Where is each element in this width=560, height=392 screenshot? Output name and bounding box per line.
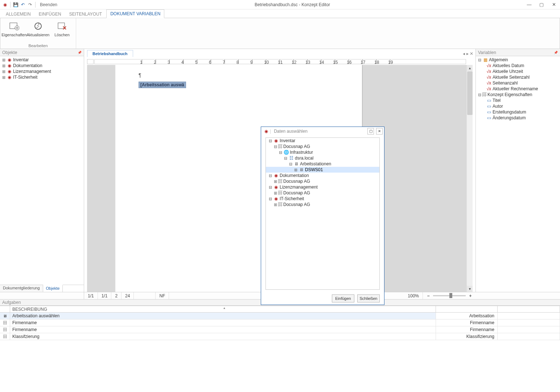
collapse-icon[interactable]: ⊟ [477, 58, 482, 62]
expand-icon[interactable]: ⊞ [293, 168, 298, 172]
dialog-tree[interactable]: ⊟ ◉ Inventar ⊟ Docusnap AG ⊟ 🌐 Infrastru… [265, 137, 380, 290]
var-item[interactable]: √x Aktuelle Seitenzahl [476, 74, 560, 80]
tasks-row[interactable]: FirmennameFirmenname [0, 319, 560, 326]
dialog-maximize-button[interactable]: ▢ [367, 128, 374, 135]
var-item[interactable]: ▭ Änderungsdatum [476, 115, 560, 121]
aktualisieren-button[interactable]: Aktualisieren [26, 19, 50, 43]
expand-icon[interactable]: ⊞ [1, 69, 6, 74]
ribbon-tabs: ALLGEMEIN EINFÜGEN SEITENLAYOUT DOKUMENT… [0, 9, 560, 18]
dlg-item-inventar[interactable]: ⊟ ◉ Inventar [266, 138, 379, 144]
dlg-item-infra[interactable]: ⊟ 🌐 Infrastruktur [266, 149, 379, 155]
minimize-button[interactable]: — [523, 0, 535, 9]
exit-button[interactable]: Beenden [38, 2, 59, 7]
tasks-col-description[interactable]: BESCHREIBUNG ▲ [10, 306, 436, 313]
dlg-item-itsec[interactable]: ⊟ ◉ IT-Sicherheit [266, 196, 379, 202]
node-icon: ◉ [273, 184, 279, 190]
document-tab[interactable]: Betriebshandbuch [87, 50, 133, 57]
save-icon[interactable]: 💾 [13, 2, 18, 8]
tab-dokument-variablen[interactable]: DOKUMENT VARIABLEN [106, 9, 164, 18]
tree-item-dokumentation[interactable]: ⊞ ◉ Dokumentation [0, 63, 84, 69]
objects-tree[interactable]: ⊞ ◉ Inventar ⊞ ◉ Dokumentation ⊞ ◉ Lizen… [0, 56, 84, 285]
collapse-icon[interactable]: ⊟ [288, 162, 293, 166]
doc-tabs-scroll[interactable]: ◂ ▸ ✕ [461, 50, 475, 57]
collapse-icon[interactable]: ⊟ [278, 150, 283, 155]
node-icon: ◉ [7, 69, 12, 74]
zoom-out-button[interactable]: − [426, 293, 431, 298]
collapse-icon[interactable]: ⊟ [273, 144, 277, 149]
loeschen-button[interactable]: Löschen [50, 19, 74, 43]
task-desc: Firmenname [10, 326, 436, 333]
dialog-insert-button[interactable]: Einfügen [332, 294, 354, 302]
var-item[interactable]: ▭ Autor [476, 103, 560, 109]
var-item[interactable]: √x Seitenanzahl [476, 80, 560, 86]
collapse-icon[interactable]: ⊟ [268, 197, 272, 201]
tab-allgemein[interactable]: ALLGEMEIN [2, 10, 34, 18]
dlg-item-domain[interactable]: ⊟ ☷ dsra.local [266, 155, 379, 161]
var-item[interactable]: ▭ Titel [476, 98, 560, 103]
dlg-item-docusnap[interactable]: ⊟ Docusnap AG [266, 144, 379, 149]
tasks-col-type[interactable] [436, 306, 498, 313]
properties-icon [8, 20, 20, 32]
tab-dokumentgliederung[interactable]: Dokumentgliederung [0, 285, 43, 292]
variable-placeholder[interactable]: [Arbeitssation auswä [139, 82, 186, 88]
select-data-dialog: ◉ | Daten auswählen ▢ ✕ ⊟ ◉ Inventar ⊟ [261, 127, 384, 305]
collapse-icon[interactable]: ⊟ [268, 139, 272, 143]
dialog-close-btn[interactable]: Schließen [357, 294, 380, 302]
pin-icon[interactable]: 📌 [78, 51, 82, 54]
collapse-icon[interactable]: ⊟ [283, 156, 288, 161]
close-button[interactable]: ✕ [548, 0, 560, 9]
tasks-row[interactable]: FirmennameFirmenname [0, 326, 560, 333]
redo-icon[interactable]: ↷ [27, 2, 33, 8]
tasks-col-icon[interactable] [0, 306, 10, 313]
tasks-row[interactable]: 🖥Arbeitssation auswählenArbeitssation [0, 313, 560, 319]
tree-item-itsec[interactable]: ⊞ ◉ IT-Sicherheit [0, 74, 84, 80]
undo-icon[interactable]: ↶ [20, 2, 26, 8]
node-icon: ◉ [7, 74, 12, 80]
expand-icon[interactable]: ⊞ [1, 63, 6, 68]
task-desc: Klassifzierung [10, 333, 436, 340]
scroll-thumb[interactable] [467, 71, 473, 115]
expand-icon[interactable]: ⊞ [273, 179, 277, 184]
zoom-in-button[interactable]: + [468, 293, 473, 298]
tab-objekte[interactable]: Objekte [43, 285, 63, 292]
app-icon: ◉ [263, 128, 269, 134]
dlg-item-lizenz[interactable]: ⊟ ◉ Lizenzmanagement [266, 184, 379, 190]
tab-seitenlayout[interactable]: SEITENLAYOUT [66, 10, 106, 18]
dlg-item-host[interactable]: ⊞ 🖥 DSWS01 [266, 167, 379, 173]
zoom-slider[interactable] [433, 295, 466, 296]
tree-item-inventar[interactable]: ⊞ ◉ Inventar [0, 57, 84, 63]
var-item[interactable]: √x Aktuelle Uhrzeit [476, 69, 560, 74]
computer-icon: 🖥 [298, 167, 304, 173]
scroll-up-icon[interactable]: ▲ [467, 65, 473, 71]
var-item[interactable]: √x Aktueller Rechnername [476, 86, 560, 92]
var-group-konzept[interactable]: ⊟ Konzept Eigenschaften [476, 92, 560, 98]
expand-icon[interactable]: ⊞ [273, 202, 277, 207]
dlg-item-docusnap[interactable]: ⊞ Docusnap AG [266, 202, 379, 207]
expand-icon[interactable]: ⊞ [1, 75, 6, 80]
dialog-titlebar[interactable]: ◉ | Daten auswählen ▢ ✕ [261, 127, 384, 135]
pin-icon[interactable]: 📌 [554, 51, 558, 54]
collapse-icon[interactable]: ⊟ [268, 185, 272, 190]
vertical-scrollbar[interactable]: ▲ ▼ [466, 65, 473, 292]
tab-einfuegen[interactable]: EINFÜGEN [35, 10, 65, 18]
dlg-item-workstations[interactable]: ⊟ 🖥 Arbeitsstationen [266, 161, 379, 167]
maximize-button[interactable]: ▢ [535, 0, 548, 9]
expand-icon[interactable]: ⊞ [1, 58, 6, 62]
expand-icon[interactable]: ⊞ [273, 191, 277, 195]
tree-item-lizenz[interactable]: ⊞ ◉ Lizenzmanagement [0, 69, 84, 74]
var-item[interactable]: ▭ Erstellungsdatum [476, 109, 560, 115]
dlg-item-dokumentation[interactable]: ⊟ ◉ Dokumentation [266, 173, 379, 178]
collapse-icon[interactable]: ⊟ [268, 173, 272, 178]
eigenschaften-button[interactable]: Eigenschaften [3, 19, 26, 43]
var-group-allgemein[interactable]: ⊟ ▦ Allgemein [476, 57, 560, 63]
field-icon: ▭ [486, 103, 492, 109]
dlg-item-docusnap[interactable]: ⊞ Docusnap AG [266, 190, 379, 196]
task-row-icon: 🖥 [0, 313, 10, 319]
dlg-item-docusnap[interactable]: ⊞ Docusnap AG [266, 178, 379, 184]
dialog-close-button[interactable]: ✕ [376, 128, 383, 135]
variables-tree[interactable]: ⊟ ▦ Allgemein √x Aktuelles Datum √x Aktu… [476, 56, 560, 292]
tasks-row[interactable]: KlassifzierungKlassifizierung [0, 333, 560, 340]
scroll-down-icon[interactable]: ▼ [467, 286, 473, 292]
var-item[interactable]: √x Aktuelles Datum [476, 63, 560, 69]
collapse-icon[interactable]: ⊟ [477, 92, 482, 97]
